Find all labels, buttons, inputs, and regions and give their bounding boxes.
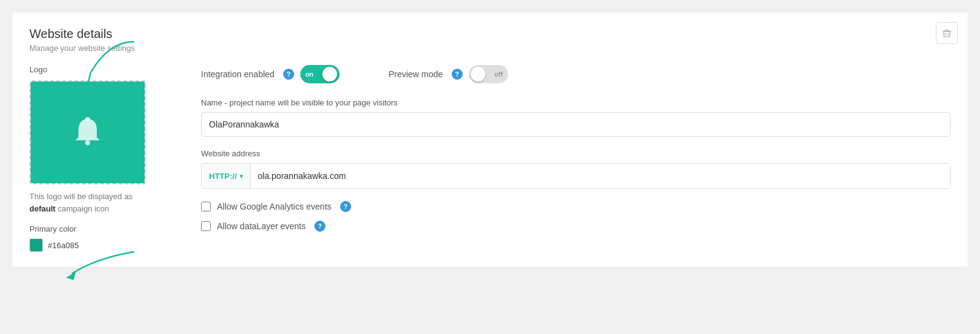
color-swatch[interactable] xyxy=(29,238,43,252)
logo-description: This logo will be displayed as default c… xyxy=(29,191,152,214)
integration-toggle-group: Integration enabled ? on xyxy=(201,65,340,83)
chevron-down-icon: ▾ xyxy=(240,173,243,180)
datalayer-help-icon[interactable]: ? xyxy=(314,221,325,232)
integration-label: Integration enabled xyxy=(201,69,275,79)
preview-state-off: off xyxy=(495,70,503,78)
url-protocol-selector[interactable]: HTTP:// ▾ xyxy=(202,164,251,188)
toggle-row: Integration enabled ? on Preview mode ? xyxy=(201,65,951,83)
page-title: Website details xyxy=(29,27,951,41)
google-analytics-row: Allow Google Analytics events ? xyxy=(201,201,951,212)
svg-point-4 xyxy=(85,140,90,145)
url-field: HTTP:// ▾ xyxy=(201,163,951,189)
page-subtitle: Manage your website settings xyxy=(29,44,951,53)
logo-label: Logo xyxy=(29,65,177,74)
datalayer-checkbox[interactable] xyxy=(201,221,211,231)
svg-rect-0 xyxy=(944,31,950,37)
integration-help-icon[interactable]: ? xyxy=(283,69,294,80)
right-panel: Integration enabled ? on Preview mode ? xyxy=(201,65,951,252)
integration-toggle[interactable]: on xyxy=(300,65,340,83)
svg-marker-6 xyxy=(66,271,76,280)
url-input[interactable] xyxy=(251,164,951,188)
page-container: Website details Manage your website sett… xyxy=(0,0,980,334)
protocol-text: HTTP:// xyxy=(209,172,237,181)
main-card: Website details Manage your website sett… xyxy=(12,12,968,267)
left-panel: Logo xyxy=(29,65,177,252)
color-row: #16a085 xyxy=(29,238,177,252)
content-row: Logo xyxy=(29,65,951,252)
trash-icon xyxy=(942,28,952,38)
preview-toggle-group: Preview mode ? off xyxy=(389,65,508,83)
card-header: Website details Manage your website sett… xyxy=(29,27,951,53)
google-analytics-checkbox[interactable] xyxy=(201,202,211,211)
name-field-label: Name - project name will be visible to y… xyxy=(201,98,951,107)
preview-help-icon[interactable]: ? xyxy=(452,69,463,80)
color-value: #16a085 xyxy=(48,241,79,250)
integration-thumb xyxy=(322,67,337,82)
preview-thumb xyxy=(471,67,485,82)
datalayer-label: Allow dataLayer events xyxy=(217,221,306,231)
logo-image xyxy=(31,82,145,183)
preview-toggle[interactable]: off xyxy=(469,65,508,83)
website-address-label: Website address xyxy=(201,149,951,158)
logo-upload-area[interactable] xyxy=(29,80,146,184)
preview-label: Preview mode xyxy=(389,69,443,79)
delete-button[interactable] xyxy=(936,22,958,44)
primary-color-label: Primary color xyxy=(29,224,177,233)
integration-state-on: on xyxy=(305,70,313,78)
bell-icon xyxy=(72,116,103,150)
name-input[interactable] xyxy=(201,112,951,137)
google-analytics-help-icon[interactable]: ? xyxy=(340,201,351,212)
datalayer-row: Allow dataLayer events ? xyxy=(201,221,951,232)
google-analytics-label: Allow Google Analytics events xyxy=(217,202,332,211)
svg-rect-5 xyxy=(85,117,90,121)
